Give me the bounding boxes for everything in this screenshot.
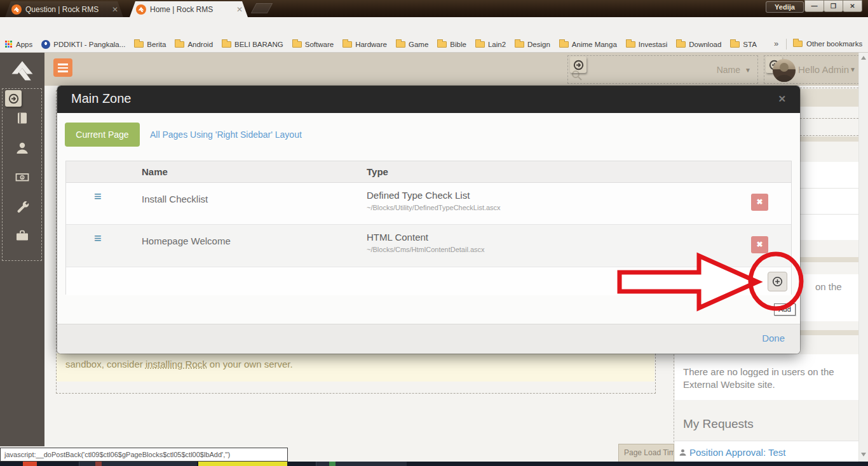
- scroll-down-icon[interactable]: [861, 453, 866, 456]
- close-button[interactable]: ✕: [843, 0, 862, 12]
- block-path: ~/Blocks/Utility/DefinedTypeCheckList.as…: [367, 204, 501, 211]
- new-tab-button[interactable]: [251, 3, 273, 13]
- bookmark-folder[interactable]: Android: [175, 41, 213, 48]
- minimize-button[interactable]: —: [804, 0, 824, 12]
- request-row[interactable]: Position Approval: Test: [675, 441, 858, 462]
- bookmark-label: Lain2: [488, 41, 506, 48]
- table-add-row: [66, 267, 791, 295]
- rock-favicon-icon: [11, 4, 22, 15]
- bookmark-folder[interactable]: Investasi: [626, 41, 667, 48]
- tab-question[interactable]: Question | Rock RMS ✕: [5, 1, 123, 17]
- hairline: [800, 214, 858, 215]
- block-type: Defined Type Check List: [367, 190, 470, 201]
- tab-home[interactable]: Home | Rock RMS ✕: [130, 1, 248, 17]
- done-link[interactable]: Done: [762, 333, 785, 343]
- bookmark-label: Anime Manga: [572, 41, 617, 48]
- user-greeting[interactable]: Hello Admin: [798, 64, 849, 75]
- table-row: ≡ Homepage Welcome HTML Content ~/Blocks…: [66, 225, 791, 267]
- folder-icon: [559, 41, 569, 48]
- browser-toolbar: ← → ↻ ⌂ rock.rocksolidchurchdemo.com ☆ A…: [0, 17, 868, 36]
- installing-rock-link[interactable]: installing Rock: [146, 359, 207, 369]
- block-name: Install Checklist: [142, 194, 208, 204]
- bookmark-folder[interactable]: Berita: [134, 41, 166, 48]
- bookmark-pddikti[interactable]: PDDIKTI - Pangkala...: [41, 40, 125, 49]
- site-menu-button[interactable]: [53, 58, 72, 77]
- bookmark-folder[interactable]: Software: [292, 41, 334, 48]
- folder-icon: [134, 41, 144, 48]
- bookmark-folder[interactable]: Design: [515, 41, 550, 48]
- scroll-up-icon[interactable]: [861, 56, 866, 60]
- rock-logo-icon: [8, 57, 36, 84]
- search-field-label[interactable]: Name: [674, 65, 740, 75]
- right-band: [800, 89, 858, 107]
- bookmark-label: Bible: [450, 41, 466, 48]
- bookmark-label: Download: [689, 41, 721, 48]
- bookmark-label: Hardware: [355, 41, 387, 48]
- bookmark-folder[interactable]: STA: [730, 41, 757, 48]
- right-band: [800, 257, 858, 262]
- column-header-type: Type: [367, 166, 388, 177]
- page-load-time-box: Page Load Tim: [618, 444, 674, 462]
- page-scrollbar[interactable]: [858, 53, 868, 462]
- bookmark-folder[interactable]: Download: [676, 41, 721, 48]
- folder-icon: [396, 41, 405, 48]
- bookmark-folder[interactable]: Anime Manga: [559, 41, 617, 48]
- modal-title: Main Zone: [71, 91, 132, 106]
- bookmark-folder[interactable]: Game: [396, 41, 428, 48]
- person-icon: [679, 448, 687, 456]
- request-link[interactable]: Position Approval: Test: [689, 447, 785, 458]
- tab-current-page[interactable]: Current Page: [65, 123, 140, 147]
- delete-button[interactable]: ✖: [751, 194, 768, 211]
- wrench-icon[interactable]: [15, 199, 29, 213]
- zone-edit-button[interactable]: [5, 90, 22, 107]
- tab-close-icon[interactable]: ✕: [112, 5, 118, 14]
- add-block-button[interactable]: [768, 272, 787, 291]
- folder-icon: [222, 41, 231, 48]
- bookmark-folder[interactable]: Lain2: [475, 41, 506, 48]
- folder-icon: [342, 41, 352, 48]
- folder-icon: [292, 41, 302, 48]
- book-icon[interactable]: [15, 111, 29, 125]
- zone-dash-line: [800, 135, 858, 136]
- warning-suffix: on your own server.: [207, 359, 293, 369]
- table-row: ≡ Install Checklist Defined Type Check L…: [66, 183, 791, 225]
- add-tooltip: Add: [774, 303, 796, 316]
- bookmark-label: PDDIKTI - Pangkala...: [53, 41, 125, 48]
- tab-close-icon[interactable]: ✕: [236, 5, 243, 14]
- logged-in-users-card: There are no logged in users on the Exte…: [675, 354, 858, 400]
- bookmark-label: Software: [305, 41, 334, 48]
- taskbar-item[interactable]: [23, 462, 37, 466]
- bookmarks-overflow-chevron[interactable]: »: [774, 39, 778, 48]
- bookmark-folder[interactable]: BELI BARANG: [222, 41, 283, 48]
- bookmark-folder[interactable]: Hardware: [342, 41, 387, 48]
- bookmark-label: Design: [527, 41, 550, 48]
- block-path: ~/Blocks/Cms/HtmlContentDetail.ascx: [367, 246, 485, 253]
- tab-title: Question | Rock RMS: [25, 5, 109, 14]
- briefcase-icon[interactable]: [15, 229, 29, 243]
- folder-icon: [793, 41, 803, 47]
- caret-down-icon: ▼: [850, 66, 856, 73]
- maximize-button[interactable]: ❐: [824, 0, 843, 12]
- delete-button[interactable]: ✖: [751, 236, 768, 253]
- left-sidebar: [0, 53, 44, 446]
- bookmark-apps[interactable]: Apps: [5, 41, 32, 48]
- bookmark-label: Apps: [16, 41, 32, 48]
- pddikti-icon: [41, 40, 50, 49]
- warning-prefix: sandbox, consider: [65, 359, 146, 369]
- taskbar-item-highlighted[interactable]: [198, 462, 287, 466]
- money-icon[interactable]: [15, 170, 29, 184]
- drag-handle-icon[interactable]: ≡: [94, 231, 102, 246]
- modal-footer: Done: [57, 324, 800, 354]
- modal-close-icon[interactable]: ✕: [778, 93, 786, 105]
- folder-icon: [437, 41, 447, 48]
- avatar[interactable]: [773, 59, 796, 82]
- block-type: HTML Content: [367, 232, 428, 243]
- browser-profile-button[interactable]: Yedija: [766, 1, 804, 13]
- tab-all-pages[interactable]: All Pages Using 'Right Sidebar' Layout: [150, 130, 302, 140]
- bookmark-folder[interactable]: Bible: [437, 41, 466, 48]
- my-requests-title: My Requests: [683, 417, 754, 431]
- drag-handle-icon[interactable]: ≡: [94, 189, 102, 204]
- other-bookmarks[interactable]: Other bookmarks: [793, 40, 862, 48]
- person-icon[interactable]: [15, 141, 29, 155]
- column-header-name: Name: [142, 166, 168, 177]
